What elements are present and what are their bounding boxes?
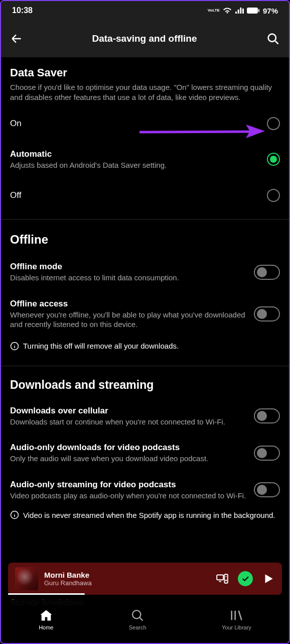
toggle-off-icon xyxy=(254,306,280,321)
offline-access-row[interactable]: Offline access Whenever you're offline, … xyxy=(1,291,289,338)
play-icon xyxy=(262,572,275,585)
devices-icon xyxy=(216,572,229,585)
search-icon xyxy=(130,608,144,622)
audio-stream-label: Audio-only streaming for video podcasts xyxy=(10,480,247,490)
option-auto-label: Automatic xyxy=(10,149,260,159)
svg-point-2 xyxy=(268,34,276,42)
audio-stream-sub: Video podcasts play as audio-only when y… xyxy=(10,491,247,501)
search-icon xyxy=(266,32,280,46)
svg-rect-1 xyxy=(258,9,259,12)
svg-rect-0 xyxy=(247,8,258,14)
option-on-label: On xyxy=(10,119,260,129)
downloads-cellular-row[interactable]: Downloads over cellular Downloads start … xyxy=(1,395,289,435)
data-saver-desc: Choose if you'd like to optimise your da… xyxy=(10,82,280,103)
back-arrow-icon xyxy=(10,32,23,45)
info-icon xyxy=(10,342,19,351)
now-playing-bar[interactable]: Morni Banke Guru Randhawa xyxy=(8,563,282,595)
status-time: 10:38 xyxy=(12,6,33,15)
data-saver-section: Data Saver Choose if you'd like to optim… xyxy=(1,57,289,103)
downloads-note-row: Video is never streamed when the Spotify… xyxy=(1,508,289,528)
toggle-off-icon xyxy=(254,482,280,497)
radio-icon xyxy=(267,189,280,202)
app-bar: Data-saving and offline xyxy=(1,20,289,57)
data-saver-option-automatic[interactable]: Automatic Adjusts based on Android's Dat… xyxy=(1,141,289,178)
offline-mode-sub: Disables internet access to limit data c… xyxy=(10,273,247,283)
nav-home-label: Home xyxy=(39,624,53,630)
option-auto-sub: Adjusts based on Android's Data Saver se… xyxy=(10,160,260,170)
offline-warning-row: Turning this off will remove all your do… xyxy=(1,338,289,360)
data-saver-option-off[interactable]: Off xyxy=(1,178,289,213)
data-saver-title: Data Saver xyxy=(10,66,280,79)
wifi-icon xyxy=(223,7,232,14)
check-icon xyxy=(241,574,250,583)
nav-library[interactable]: Your Library xyxy=(222,608,251,630)
info-icon xyxy=(10,510,19,519)
added-check-button[interactable] xyxy=(238,571,253,586)
offline-warning-text: Turning this off will remove all your do… xyxy=(23,342,179,350)
nav-home[interactable]: Home xyxy=(39,608,53,630)
svg-rect-7 xyxy=(217,575,223,580)
offline-mode-row[interactable]: Offline mode Disables internet access to… xyxy=(1,250,289,291)
offline-mode-label: Offline mode xyxy=(10,262,247,272)
audio-dl-sub: Only the audio will save when you downlo… xyxy=(10,454,247,464)
album-art xyxy=(15,567,38,590)
toggle-off-icon xyxy=(254,446,280,461)
nav-search[interactable]: Search xyxy=(129,608,147,630)
svg-rect-8 xyxy=(224,574,228,583)
play-button[interactable] xyxy=(262,572,275,585)
data-saver-option-on[interactable]: On xyxy=(1,103,289,141)
downloads-note-text: Video is never streamed when the Spotify… xyxy=(23,511,275,519)
svg-point-11 xyxy=(132,610,140,618)
battery-percent: 97% xyxy=(263,7,278,15)
toggle-off-icon xyxy=(254,408,280,423)
track-title: Morni Banke xyxy=(44,571,210,579)
bottom-nav: Home Search Your Library xyxy=(1,600,289,643)
library-icon xyxy=(229,608,243,622)
battery-icon xyxy=(247,7,260,14)
downloads-cellular-sub: Downloads start or continue when you're … xyxy=(10,417,247,427)
offline-access-sub: Whenever you're offline, you'll be able … xyxy=(10,310,247,330)
radio-selected-icon xyxy=(267,153,280,166)
toggle-off-icon xyxy=(254,265,280,280)
svg-point-10 xyxy=(226,576,227,577)
status-indicators: VoLTE 97% xyxy=(208,7,278,15)
home-icon xyxy=(39,608,53,622)
volte-indicator: VoLTE xyxy=(208,9,220,13)
connect-device-button[interactable] xyxy=(216,572,229,585)
signal-icon xyxy=(235,7,244,14)
search-button[interactable] xyxy=(266,32,280,46)
downloads-title: Downloads and streaming xyxy=(10,378,280,392)
radio-icon xyxy=(267,117,280,130)
status-bar: 10:38 VoLTE 97% xyxy=(1,1,289,20)
offline-access-label: Offline access xyxy=(10,299,247,309)
option-off-label: Off xyxy=(10,190,260,200)
back-button[interactable] xyxy=(10,32,23,45)
player-progress xyxy=(8,593,85,595)
page-title: Data-saving and offline xyxy=(32,33,257,44)
svg-point-9 xyxy=(225,580,227,581)
downloads-section: Downloads and streaming xyxy=(1,366,289,392)
audio-dl-label: Audio-only downloads for video podcasts xyxy=(10,443,247,453)
track-artist: Guru Randhawa xyxy=(44,579,210,587)
downloads-cellular-label: Downloads over cellular xyxy=(10,406,247,416)
audio-only-downloads-row[interactable]: Audio-only downloads for video podcasts … xyxy=(1,435,289,472)
offline-title: Offline xyxy=(10,233,280,247)
nav-search-label: Search xyxy=(129,624,147,630)
player-labels: Morni Banke Guru Randhawa xyxy=(44,571,210,587)
nav-library-label: Your Library xyxy=(222,624,251,630)
offline-section: Offline xyxy=(1,220,289,247)
audio-only-streaming-row[interactable]: Audio-only streaming for video podcasts … xyxy=(1,472,289,509)
